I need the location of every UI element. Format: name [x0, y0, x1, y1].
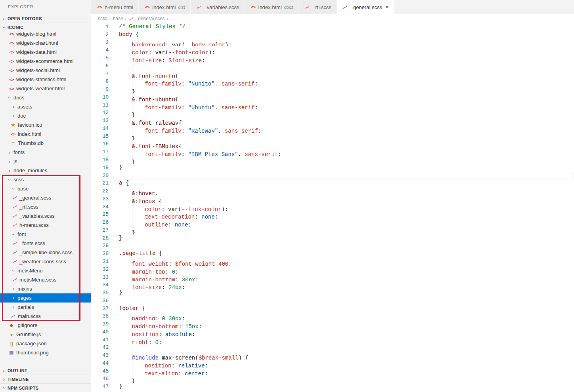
code-line-30[interactable]: 30.page-title { — [91, 250, 574, 258]
tree-item-font[interactable]: ›font — [0, 230, 91, 239]
code-line-2[interactable]: 2body { — [91, 31, 574, 39]
line-content[interactable] — [119, 62, 574, 70]
line-number[interactable]: 1 — [91, 23, 109, 31]
code-line-45[interactable]: 45text-align: center; — [91, 367, 574, 375]
code-line-44[interactable]: 44position: relative; — [91, 360, 574, 367]
code-line-21[interactable]: 21a { — [91, 179, 574, 187]
code-line-10[interactable]: 10&.font-ubuntu{ — [91, 93, 574, 101]
line-number[interactable]: 40 — [91, 328, 109, 336]
tree-item-metisMenu[interactable]: ›metisMenu — [0, 266, 91, 275]
code-line-28[interactable]: 28} — [91, 234, 574, 242]
line-content[interactable]: font-size: 24px; — [119, 281, 574, 289]
line-number[interactable]: 20 — [91, 172, 109, 180]
line-number[interactable]: 7 — [91, 70, 109, 78]
line-content[interactable]: font-family: "Nunito", sans-serif; — [119, 78, 574, 86]
line-content[interactable]: } — [119, 234, 574, 242]
code-line-12[interactable]: 12} — [91, 109, 574, 117]
line-number[interactable]: 17 — [91, 148, 109, 156]
code-line-8[interactable]: 8font-family: "Nunito", sans-serif; — [91, 78, 574, 86]
code-line-43[interactable]: 43@include max-screen($break-small) { — [91, 352, 574, 360]
tree-item-_fonts.scss[interactable]: _fonts.scss — [0, 239, 91, 248]
line-content[interactable]: text-decoration: none; — [119, 211, 574, 219]
line-content[interactable]: color: var(--link-color); — [119, 203, 574, 211]
code-line-14[interactable]: 14font-family: "Raleway", sans-serif; — [91, 125, 574, 133]
line-number[interactable]: 36 — [91, 297, 109, 305]
code-line-27[interactable]: 27} — [91, 226, 574, 234]
tree-item-js[interactable]: ›js — [0, 157, 91, 166]
line-number[interactable]: 41 — [91, 336, 109, 344]
tree-item-_simple-line-icons.scss[interactable]: _simple-line-icons.scss — [0, 248, 91, 257]
line-content[interactable]: position: absolute; — [119, 328, 574, 336]
code-line-7[interactable]: 7&.font-nunito{ — [91, 70, 574, 78]
line-number[interactable]: 27 — [91, 226, 109, 234]
tree-item-index.html[interactable]: <>index.html — [0, 129, 91, 139]
tab-_rtl.scss[interactable]: _rtl.scss — [299, 0, 337, 14]
code-line-47[interactable]: 47} — [91, 383, 574, 391]
line-content[interactable]: a { — [119, 179, 574, 187]
line-content[interactable]: padding-bottom: 15px; — [119, 320, 574, 328]
open-editors-section[interactable]: › OPEN EDITORS — [0, 14, 91, 23]
line-content[interactable]: font-family: "IBM Plex Sans", sans-serif… — [119, 148, 574, 156]
line-content[interactable]: font-family: "Raleway", sans-serif; — [119, 125, 574, 133]
tree-item-assets[interactable]: ›assets — [0, 102, 91, 111]
line-number[interactable]: 13 — [91, 117, 109, 125]
npm-scripts-section[interactable]: › NPM SCRIPTS — [0, 383, 91, 392]
tree-item-base[interactable]: ›base — [0, 184, 91, 193]
line-number[interactable]: 3 — [91, 39, 109, 47]
tree-item-_variables.scss[interactable]: _variables.scss — [0, 211, 91, 221]
tree-item-scss[interactable]: ›scss — [0, 175, 91, 184]
current-line[interactable] — [119, 172, 574, 180]
code-line-6[interactable]: 6 — [91, 62, 574, 70]
line-content[interactable]: &.font-ubuntu{ — [119, 93, 574, 101]
close-icon[interactable]: × — [385, 4, 388, 10]
code-line-3[interactable]: 3background: var(--body-color); — [91, 39, 574, 47]
tree-item-thumbnail.png[interactable]: ▣thumbnail.png — [0, 348, 91, 357]
code-line-42[interactable]: 42 — [91, 344, 574, 352]
line-content[interactable]: } — [119, 133, 574, 141]
line-content[interactable]: } — [119, 383, 574, 391]
line-content[interactable]: &.font-IBMplex{ — [119, 140, 574, 148]
code-line-41[interactable]: 41right: 0; — [91, 336, 574, 344]
tree-item-_weather-icons.scss[interactable]: _weather-icons.scss — [0, 257, 91, 266]
line-number[interactable]: 11 — [91, 101, 109, 109]
line-content[interactable]: position: relative; — [119, 360, 574, 367]
line-number[interactable]: 25 — [91, 211, 109, 219]
line-content[interactable]: right: 0; — [119, 336, 574, 344]
code-line-35[interactable]: 35} — [91, 289, 574, 297]
code-line-1[interactable]: 1/* General Styles */ — [91, 23, 574, 31]
tree-item-widgets-blog.html[interactable]: <>widgets-blog.html — [0, 29, 91, 38]
tab-index.html[interactable]: <>index.htmldocs — [245, 0, 299, 14]
line-content[interactable]: } — [119, 375, 574, 383]
tree-item-widgets-chart.html[interactable]: <>widgets-chart.html — [0, 38, 91, 48]
code-line-24[interactable]: 24color: var(--link-color); — [91, 203, 574, 211]
line-number[interactable]: 29 — [91, 242, 109, 250]
tree-item-.gitignore[interactable]: ◆.gitignore — [0, 321, 91, 330]
tree-item-pages[interactable]: ›pages — [0, 293, 91, 303]
line-content[interactable]: padding: 0 30px; — [119, 312, 574, 320]
tab-index.html[interactable]: <>index.htmldist — [139, 0, 190, 14]
outline-section[interactable]: › OUTLINE — [0, 366, 91, 375]
breadcrumb-item-base[interactable]: base — [113, 16, 123, 21]
line-content[interactable] — [119, 344, 574, 352]
code-editor[interactable]: 1/* General Styles */2body {3background:… — [91, 23, 574, 392]
line-content[interactable]: &.font-raleway{ — [119, 117, 574, 125]
line-number[interactable]: 4 — [91, 46, 109, 54]
line-number[interactable]: 44 — [91, 360, 109, 367]
tree-item-widgets-ecommerce.html[interactable]: <>widgets-ecommerce.html — [0, 57, 91, 66]
code-line-34[interactable]: 34font-size: 24px; — [91, 281, 574, 289]
line-content[interactable]: } — [119, 156, 574, 164]
code-line-9[interactable]: 9} — [91, 86, 574, 93]
tab-_general.scss[interactable]: _general.scss× — [337, 0, 394, 14]
line-number[interactable]: 38 — [91, 312, 109, 320]
line-content[interactable]: color: var(--font-color); — [119, 46, 574, 54]
line-number[interactable]: 35 — [91, 289, 109, 297]
tree-item-partials[interactable]: ›partials — [0, 303, 91, 312]
line-content[interactable]: background: var(--body-color); — [119, 39, 574, 47]
line-number[interactable]: 18 — [91, 156, 109, 164]
code-line-37[interactable]: 37footer { — [91, 305, 574, 313]
line-content[interactable]: } — [119, 109, 574, 117]
code-line-22[interactable]: 22&:hover, — [91, 187, 574, 195]
line-number[interactable]: 19 — [91, 164, 109, 172]
line-content[interactable]: .page-title { — [119, 250, 574, 258]
tree-item-main.scss[interactable]: main.scss — [0, 312, 91, 321]
